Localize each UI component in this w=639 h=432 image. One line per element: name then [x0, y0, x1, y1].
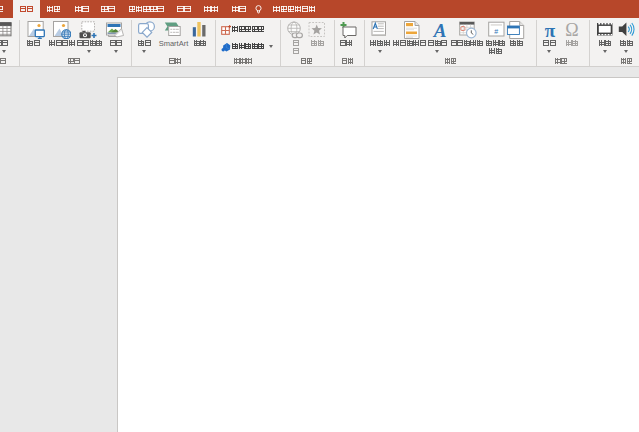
svg-text:#: # — [494, 27, 498, 34]
svg-text:A: A — [432, 21, 446, 39]
svg-text:π: π — [544, 21, 555, 39]
svg-text:Ω: Ω — [565, 21, 578, 39]
